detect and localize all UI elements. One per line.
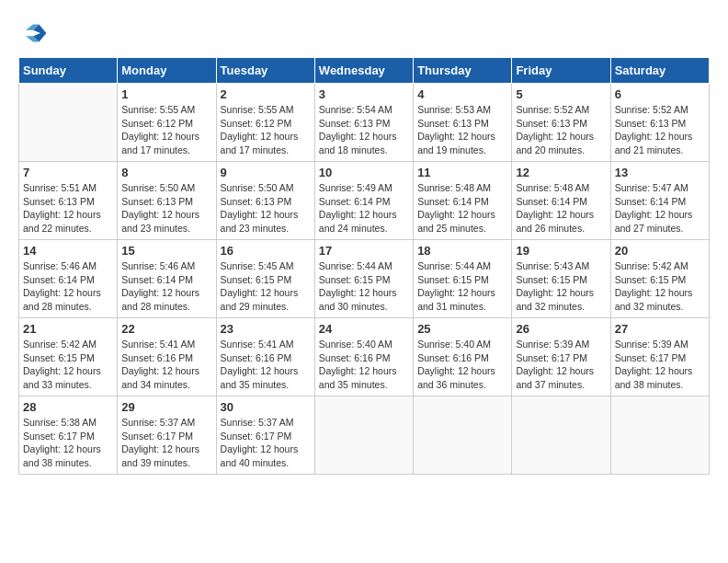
day-number: 16 xyxy=(221,244,311,258)
day-number: 13 xyxy=(615,166,705,179)
logo xyxy=(18,18,51,48)
logo-icon xyxy=(18,18,48,48)
calendar-cell xyxy=(610,396,709,475)
day-number: 2 xyxy=(221,87,311,101)
day-number: 28 xyxy=(23,400,113,414)
day-info: Sunrise: 5:49 AMSunset: 6:14 PMDaylight:… xyxy=(319,181,409,236)
calendar-cell: 6Sunrise: 5:52 AMSunset: 6:13 PMDaylight… xyxy=(610,84,709,162)
calendar-cell: 24Sunrise: 5:40 AMSunset: 6:16 PMDayligh… xyxy=(314,318,413,396)
calendar-cell: 17Sunrise: 5:44 AMSunset: 6:15 PMDayligh… xyxy=(314,240,413,318)
weekday-header-tuesday: Tuesday xyxy=(216,58,314,84)
calendar-cell: 2Sunrise: 5:55 AMSunset: 6:12 PMDaylight… xyxy=(216,84,314,162)
day-info: Sunrise: 5:43 AMSunset: 6:15 PMDaylight:… xyxy=(516,259,606,314)
week-row-3: 14Sunrise: 5:46 AMSunset: 6:14 PMDayligh… xyxy=(19,240,710,318)
day-info: Sunrise: 5:48 AMSunset: 6:14 PMDaylight:… xyxy=(417,181,507,236)
weekday-header-monday: Monday xyxy=(118,58,216,84)
calendar-table: SundayMondayTuesdayWednesdayThursdayFrid… xyxy=(18,57,710,475)
day-info: Sunrise: 5:44 AMSunset: 6:15 PMDaylight:… xyxy=(319,259,409,314)
calendar-cell: 18Sunrise: 5:44 AMSunset: 6:15 PMDayligh… xyxy=(414,240,512,318)
day-number: 9 xyxy=(221,166,311,179)
calendar-cell: 22Sunrise: 5:41 AMSunset: 6:16 PMDayligh… xyxy=(118,318,216,396)
day-info: Sunrise: 5:41 AMSunset: 6:16 PMDaylight:… xyxy=(121,338,211,392)
calendar-cell: 10Sunrise: 5:49 AMSunset: 6:14 PMDayligh… xyxy=(314,162,413,240)
day-number: 1 xyxy=(121,87,211,101)
day-number: 4 xyxy=(417,87,507,101)
day-number: 8 xyxy=(121,166,211,179)
day-info: Sunrise: 5:42 AMSunset: 6:15 PMDaylight:… xyxy=(615,259,705,314)
day-number: 6 xyxy=(615,87,705,101)
weekday-header-wednesday: Wednesday xyxy=(314,58,413,84)
day-info: Sunrise: 5:40 AMSunset: 6:16 PMDaylight:… xyxy=(319,338,409,392)
day-info: Sunrise: 5:50 AMSunset: 6:13 PMDaylight:… xyxy=(121,181,211,236)
day-info: Sunrise: 5:50 AMSunset: 6:13 PMDaylight:… xyxy=(221,181,311,236)
calendar-cell: 7Sunrise: 5:51 AMSunset: 6:13 PMDaylight… xyxy=(19,162,118,240)
day-number: 7 xyxy=(23,166,113,179)
day-info: Sunrise: 5:52 AMSunset: 6:13 PMDaylight:… xyxy=(615,103,705,157)
day-info: Sunrise: 5:47 AMSunset: 6:14 PMDaylight:… xyxy=(615,181,705,236)
calendar-cell: 20Sunrise: 5:42 AMSunset: 6:15 PMDayligh… xyxy=(610,240,709,318)
calendar-cell: 27Sunrise: 5:39 AMSunset: 6:17 PMDayligh… xyxy=(610,318,709,396)
calendar-cell: 21Sunrise: 5:42 AMSunset: 6:15 PMDayligh… xyxy=(19,318,118,396)
day-info: Sunrise: 5:46 AMSunset: 6:14 PMDaylight:… xyxy=(23,259,113,314)
calendar-cell xyxy=(19,84,118,162)
day-number: 5 xyxy=(516,87,606,101)
day-info: Sunrise: 5:44 AMSunset: 6:15 PMDaylight:… xyxy=(417,259,507,314)
calendar-cell: 25Sunrise: 5:40 AMSunset: 6:16 PMDayligh… xyxy=(414,318,512,396)
calendar-cell: 5Sunrise: 5:52 AMSunset: 6:13 PMDaylight… xyxy=(512,84,610,162)
calendar-cell: 11Sunrise: 5:48 AMSunset: 6:14 PMDayligh… xyxy=(414,162,512,240)
day-number: 27 xyxy=(615,322,705,336)
calendar-cell: 3Sunrise: 5:54 AMSunset: 6:13 PMDaylight… xyxy=(314,84,413,162)
day-info: Sunrise: 5:45 AMSunset: 6:15 PMDaylight:… xyxy=(221,259,311,314)
day-number: 12 xyxy=(516,166,606,179)
calendar-cell: 16Sunrise: 5:45 AMSunset: 6:15 PMDayligh… xyxy=(216,240,314,318)
day-number: 15 xyxy=(121,244,211,258)
weekday-header-saturday: Saturday xyxy=(610,58,709,84)
calendar-cell: 8Sunrise: 5:50 AMSunset: 6:13 PMDaylight… xyxy=(118,162,216,240)
calendar-cell: 1Sunrise: 5:55 AMSunset: 6:12 PMDaylight… xyxy=(118,84,216,162)
calendar-cell: 29Sunrise: 5:37 AMSunset: 6:17 PMDayligh… xyxy=(118,396,216,475)
day-number: 25 xyxy=(417,322,507,336)
day-info: Sunrise: 5:46 AMSunset: 6:14 PMDaylight:… xyxy=(121,259,211,314)
day-number: 26 xyxy=(516,322,606,336)
day-info: Sunrise: 5:51 AMSunset: 6:13 PMDaylight:… xyxy=(23,181,113,236)
calendar-cell: 28Sunrise: 5:38 AMSunset: 6:17 PMDayligh… xyxy=(19,396,118,475)
week-row-2: 7Sunrise: 5:51 AMSunset: 6:13 PMDaylight… xyxy=(19,162,710,240)
calendar-cell: 19Sunrise: 5:43 AMSunset: 6:15 PMDayligh… xyxy=(512,240,610,318)
calendar-cell: 12Sunrise: 5:48 AMSunset: 6:14 PMDayligh… xyxy=(512,162,610,240)
day-info: Sunrise: 5:48 AMSunset: 6:14 PMDaylight:… xyxy=(516,181,606,236)
day-info: Sunrise: 5:55 AMSunset: 6:12 PMDaylight:… xyxy=(221,103,311,157)
day-number: 14 xyxy=(23,244,113,258)
day-number: 22 xyxy=(121,322,211,336)
week-row-1: 1Sunrise: 5:55 AMSunset: 6:12 PMDaylight… xyxy=(19,84,710,162)
day-info: Sunrise: 5:39 AMSunset: 6:17 PMDaylight:… xyxy=(516,338,606,392)
day-number: 30 xyxy=(221,400,311,414)
day-number: 20 xyxy=(615,244,705,258)
day-info: Sunrise: 5:42 AMSunset: 6:15 PMDaylight:… xyxy=(23,338,113,392)
day-number: 21 xyxy=(23,322,113,336)
calendar-cell xyxy=(414,396,512,475)
calendar-cell: 13Sunrise: 5:47 AMSunset: 6:14 PMDayligh… xyxy=(610,162,709,240)
day-number: 23 xyxy=(221,322,311,336)
calendar-cell: 23Sunrise: 5:41 AMSunset: 6:16 PMDayligh… xyxy=(216,318,314,396)
day-info: Sunrise: 5:38 AMSunset: 6:17 PMDaylight:… xyxy=(23,416,113,470)
day-info: Sunrise: 5:37 AMSunset: 6:17 PMDaylight:… xyxy=(121,416,211,470)
day-info: Sunrise: 5:37 AMSunset: 6:17 PMDaylight:… xyxy=(221,416,311,470)
week-row-5: 28Sunrise: 5:38 AMSunset: 6:17 PMDayligh… xyxy=(19,396,710,475)
calendar-cell: 15Sunrise: 5:46 AMSunset: 6:14 PMDayligh… xyxy=(118,240,216,318)
day-number: 18 xyxy=(417,244,507,258)
day-number: 11 xyxy=(417,166,507,179)
day-info: Sunrise: 5:40 AMSunset: 6:16 PMDaylight:… xyxy=(417,338,507,392)
calendar-cell: 30Sunrise: 5:37 AMSunset: 6:17 PMDayligh… xyxy=(216,396,314,475)
day-number: 3 xyxy=(319,87,409,101)
calendar-cell: 9Sunrise: 5:50 AMSunset: 6:13 PMDaylight… xyxy=(216,162,314,240)
weekday-header-row: SundayMondayTuesdayWednesdayThursdayFrid… xyxy=(19,58,710,84)
calendar-cell: 4Sunrise: 5:53 AMSunset: 6:13 PMDaylight… xyxy=(414,84,512,162)
day-number: 10 xyxy=(319,166,409,179)
calendar-cell: 14Sunrise: 5:46 AMSunset: 6:14 PMDayligh… xyxy=(19,240,118,318)
page-header xyxy=(18,18,710,48)
day-info: Sunrise: 5:54 AMSunset: 6:13 PMDaylight:… xyxy=(319,103,409,157)
weekday-header-sunday: Sunday xyxy=(19,58,118,84)
calendar-cell xyxy=(512,396,610,475)
day-number: 29 xyxy=(121,400,211,414)
day-number: 24 xyxy=(319,322,409,336)
